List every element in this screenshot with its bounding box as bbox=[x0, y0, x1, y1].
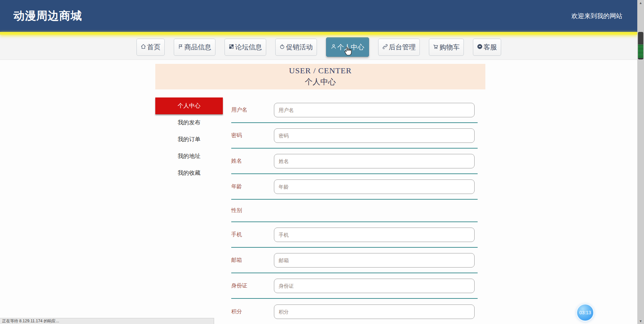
main-nav: 首页 商品信息 论坛信息 促销活动 个人中心 后台管理 购物车 客服 bbox=[0, 35, 637, 60]
profile-form: 用户名 密码 姓名 年龄 性别 手机 邮箱 身份证 bbox=[231, 97, 478, 324]
field-label: 用户名 bbox=[231, 107, 274, 114]
page: 动漫周边商城 欢迎来到我的网站 首页 商品信息 论坛信息 促销活动 个人中心 后… bbox=[0, 0, 644, 324]
browser-status-bar: 正在等待 8.129.11.174 的响应... bbox=[0, 318, 214, 324]
form-row-password: 密码 bbox=[231, 123, 478, 149]
sidebar-item-myorders[interactable]: 我的订单 bbox=[155, 131, 223, 148]
scrollbar-thumb-stripes bbox=[638, 45, 643, 58]
nav-label: 商品信息 bbox=[185, 43, 211, 52]
chat-icon bbox=[477, 43, 483, 51]
nav-home-button[interactable]: 首页 bbox=[136, 39, 165, 56]
nav-cart-button[interactable]: 购物车 bbox=[429, 39, 464, 56]
form-row-username: 用户名 bbox=[231, 97, 478, 123]
sidebar-item-usercenter[interactable]: 个人中心 bbox=[155, 97, 223, 114]
field-label: 密码 bbox=[231, 132, 274, 139]
power-icon bbox=[279, 43, 285, 51]
form-row-points: 积分 bbox=[231, 299, 478, 324]
scroll-down-arrow-icon[interactable]: ▼ bbox=[637, 318, 644, 324]
field-label: 年龄 bbox=[231, 183, 274, 190]
recording-timer-bubble[interactable]: 03:13 bbox=[576, 303, 594, 322]
nav-products-button[interactable]: 商品信息 bbox=[174, 39, 215, 56]
age-field[interactable] bbox=[274, 179, 475, 194]
banner-title-zh: 个人中心 bbox=[305, 77, 336, 87]
email-field[interactable] bbox=[274, 253, 475, 268]
banner-title-en: USER / CENTER bbox=[289, 66, 352, 75]
cart-icon bbox=[433, 43, 439, 51]
page-banner: USER / CENTER 个人中心 bbox=[155, 64, 485, 89]
password-field[interactable] bbox=[274, 128, 475, 143]
flag-icon bbox=[178, 43, 184, 51]
field-label: 手机 bbox=[231, 231, 274, 238]
nav-usercenter-button[interactable]: 个人中心 bbox=[326, 37, 369, 57]
field-label: 性别 bbox=[231, 207, 274, 214]
nav-label: 购物车 bbox=[440, 43, 460, 52]
home-icon bbox=[140, 43, 146, 51]
field-label: 积分 bbox=[231, 308, 274, 315]
user-sidebar: 个人中心 我的发布 我的订单 我的地址 我的收藏 bbox=[155, 97, 223, 181]
form-row-phone: 手机 bbox=[231, 222, 478, 248]
idcard-field[interactable] bbox=[274, 279, 475, 293]
field-label: 姓名 bbox=[231, 158, 274, 165]
scrollbar-thumb[interactable] bbox=[638, 32, 643, 59]
points-field[interactable] bbox=[274, 305, 475, 319]
username-field[interactable] bbox=[274, 103, 475, 117]
nav-label: 首页 bbox=[147, 43, 161, 52]
sidebar-item-myposts[interactable]: 我的发布 bbox=[155, 114, 223, 131]
user-icon bbox=[331, 43, 336, 51]
nav-label: 客服 bbox=[484, 43, 497, 52]
site-title: 动漫周边商城 bbox=[13, 8, 82, 24]
field-label: 邮箱 bbox=[231, 257, 274, 264]
nav-label: 后台管理 bbox=[389, 43, 416, 52]
nav-forum-button[interactable]: 论坛信息 bbox=[225, 39, 266, 56]
form-row-name: 姓名 bbox=[231, 149, 478, 174]
form-row-idcard: 身份证 bbox=[231, 273, 478, 299]
welcome-text: 欢迎来到我的网站 bbox=[571, 12, 622, 21]
form-row-age: 年龄 bbox=[231, 174, 478, 200]
site-header: 动漫周边商城 欢迎来到我的网站 bbox=[0, 0, 637, 32]
nav-promo-button[interactable]: 促销活动 bbox=[275, 39, 317, 56]
grid-icon bbox=[229, 43, 234, 51]
nav-label: 个人中心 bbox=[337, 43, 364, 52]
form-row-gender: 性别 bbox=[231, 200, 478, 222]
sidebar-item-myaddress[interactable]: 我的地址 bbox=[155, 148, 223, 165]
nav-label: 促销活动 bbox=[286, 43, 313, 52]
name-field[interactable] bbox=[274, 154, 475, 168]
field-label: 身份证 bbox=[231, 282, 274, 289]
nav-label: 论坛信息 bbox=[235, 43, 262, 52]
scroll-up-arrow-icon[interactable]: ▲ bbox=[637, 0, 644, 6]
link-icon bbox=[382, 43, 388, 51]
nav-admin-button[interactable]: 后台管理 bbox=[378, 39, 420, 56]
form-row-email: 邮箱 bbox=[231, 248, 478, 273]
accent-divider bbox=[0, 32, 637, 35]
sidebar-item-myfavorites[interactable]: 我的收藏 bbox=[155, 165, 223, 181]
vertical-scrollbar[interactable]: ▲ ▼ bbox=[637, 0, 644, 324]
phone-field[interactable] bbox=[274, 228, 475, 242]
nav-service-button[interactable]: 客服 bbox=[473, 39, 501, 56]
